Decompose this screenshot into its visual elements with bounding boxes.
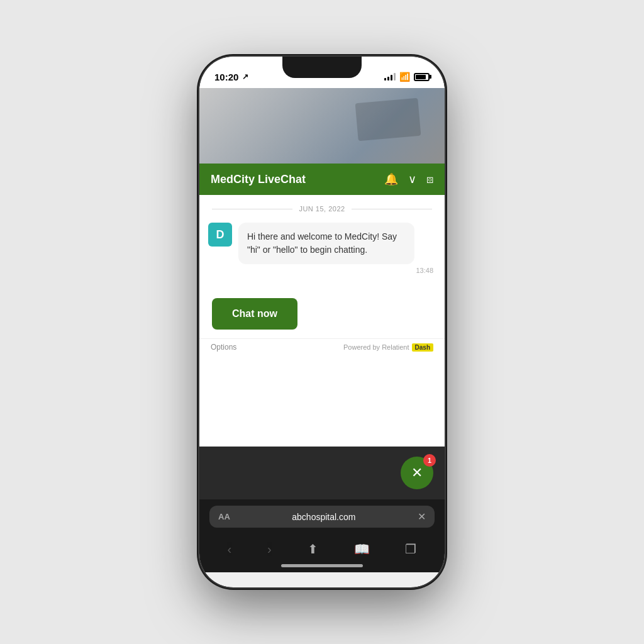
fab-area: ✕ 1 — [199, 447, 445, 499]
expand-icon[interactable]: ⧇ — [426, 173, 433, 186]
url-close-icon[interactable]: ✕ — [418, 511, 426, 523]
chat-header-icons: 🔔 ∨ ⧇ — [384, 172, 433, 186]
date-line-left — [212, 209, 292, 209]
message-time: 13:48 — [238, 267, 436, 274]
signal-bar-4 — [394, 73, 396, 80]
tabs-icon[interactable]: ❐ — [400, 539, 421, 559]
signal-bar-1 — [384, 78, 386, 80]
date-label: JUN 15, 2022 — [299, 205, 345, 213]
dash-badge: Dash — [412, 343, 433, 352]
notch — [282, 57, 362, 78]
date-line-right — [352, 209, 432, 209]
chat-title: MedCity LiveChat — [211, 173, 306, 186]
forward-icon[interactable]: › — [262, 540, 277, 559]
browser-nav: ‹ › ⬆ 📖 ❐ — [199, 533, 445, 564]
options-label[interactable]: Options — [211, 343, 236, 352]
status-icons: 📶 — [384, 72, 430, 82]
powered-by: Powered by Relatient Dash — [343, 343, 433, 352]
bookmarks-icon[interactable]: 📖 — [349, 539, 375, 559]
home-bar — [281, 564, 363, 567]
status-time: 10:20 ↗ — [214, 72, 248, 82]
fab-close-button[interactable]: ✕ 1 — [401, 457, 433, 489]
message-bubble-wrap: Hi there and welcome to MedCity! Say "hi… — [238, 223, 436, 274]
aa-label[interactable]: AA — [218, 512, 230, 521]
background-image — [199, 88, 445, 164]
avatar: D — [208, 223, 232, 247]
url-bar: AA abchospital.com ✕ — [209, 506, 435, 528]
battery-fill — [416, 75, 426, 79]
back-icon[interactable]: ‹ — [222, 540, 236, 559]
chat-body: JUN 15, 2022 D Hi there and welcome to M… — [199, 195, 445, 447]
avatar-letter: D — [216, 228, 225, 242]
signal-bar-2 — [387, 77, 389, 80]
chat-actions: Chat now — [199, 279, 445, 338]
phone-frame: 10:20 ↗ 📶 MedCity Live — [199, 57, 445, 587]
time-display: 10:20 — [214, 72, 238, 82]
powered-by-text: Powered by Relatient — [343, 343, 409, 351]
home-indicator — [199, 564, 445, 572]
bell-icon[interactable]: 🔔 — [384, 172, 398, 186]
battery-icon — [414, 73, 430, 81]
url-text[interactable]: abchospital.com — [230, 512, 418, 522]
message-bubble: Hi there and welcome to MedCity! Say "hi… — [238, 223, 414, 264]
signal-bar-3 — [391, 75, 392, 80]
share-icon[interactable]: ⬆ — [303, 539, 323, 559]
wifi-icon: 📶 — [399, 72, 410, 82]
chat-now-button[interactable]: Chat now — [212, 298, 297, 330]
chat-footer: Options Powered by Relatient Dash — [199, 338, 445, 359]
phone-screen: 10:20 ↗ 📶 MedCity Live — [199, 57, 445, 587]
location-arrow-icon: ↗ — [242, 72, 248, 81]
close-icon: ✕ — [411, 465, 423, 481]
chevron-down-icon[interactable]: ∨ — [408, 172, 416, 186]
signal-bars-icon — [384, 73, 396, 80]
fab-badge: 1 — [423, 454, 436, 467]
chat-widget: MedCity LiveChat 🔔 ∨ ⧇ JUN 15, 2022 — [199, 164, 445, 447]
chat-header: MedCity LiveChat 🔔 ∨ ⧇ — [199, 164, 445, 195]
message-text: Hi there and welcome to MedCity! Say "hi… — [247, 231, 397, 255]
date-divider: JUN 15, 2022 — [199, 195, 445, 223]
message-row: D Hi there and welcome to MedCity! Say "… — [199, 223, 445, 279]
browser-bar: AA abchospital.com ✕ — [199, 499, 445, 533]
